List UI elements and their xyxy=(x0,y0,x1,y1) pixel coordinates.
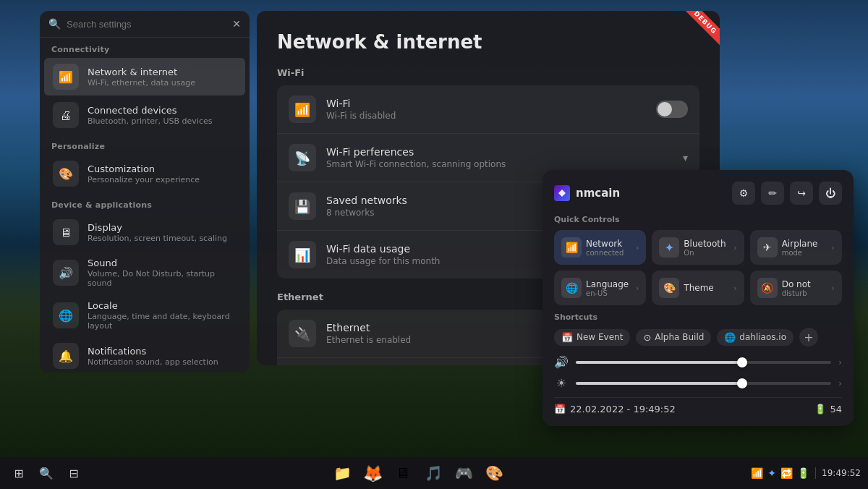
taskbar-search-button[interactable]: 🔍 xyxy=(33,460,59,486)
taskbar: ⊞ 🔍 ⊟ 📁 🦊 🖥 🎵 🎮 🎨 📶 ✦ 🔁 🔋 19:49:52 xyxy=(0,457,868,489)
taskbar-app-flurplex[interactable]: 🎮 xyxy=(451,460,477,486)
qp-bottom-bar: 📅 22.02.2022 - 19:49:52 🔋 54 xyxy=(554,397,842,414)
shortcut-dahliaos-label: dahliaos.io xyxy=(739,332,786,342)
shortcut-alpha-build[interactable]: ⊙ Alpha Build xyxy=(636,329,711,346)
volume-slider-arrow[interactable]: › xyxy=(838,357,842,367)
sync-sys-icon[interactable]: 🔁 xyxy=(780,467,793,479)
taskbar-time: 19:49:52 xyxy=(822,468,861,478)
sys-icons: 📶 ✦ 🔁 🔋 xyxy=(751,467,809,479)
wifi-toggle-switch[interactable] xyxy=(656,101,688,118)
wifi-prefs-title: Wi-Fi perferences xyxy=(326,146,673,158)
datetime-text: 22.02.2022 - 19:49:52 xyxy=(570,404,676,414)
locale-icon: 🌐 xyxy=(53,302,79,328)
shortcut-new-event[interactable]: 📅 New Event xyxy=(554,329,630,346)
customization-title: Customization xyxy=(88,163,237,174)
shortcuts-row: 📅 New Event ⊙ Alpha Build 🌐 dahliaos.io … xyxy=(554,328,842,346)
sound-subtitle: Volume, Do Not Disturb, startup sound xyxy=(88,269,237,288)
taskbar-app-browser[interactable]: 🦊 xyxy=(359,460,386,486)
wifi-toggle-title: Wi-Fi xyxy=(326,98,646,109)
sidebar-item-network[interactable]: 📶 Network & internet Wi-Fi, ethernet, da… xyxy=(44,58,245,95)
qp-power-button[interactable]: ⏻ xyxy=(819,182,842,205)
shortcut-new-event-label: New Event xyxy=(576,332,623,342)
qp-edit-button[interactable]: ✏ xyxy=(761,182,784,205)
qp-logout-button[interactable]: ↪ xyxy=(790,182,813,205)
qp-logo-icon xyxy=(554,185,570,201)
taskbar-app-terminal[interactable]: 🖥 xyxy=(390,460,416,486)
sidebar-item-locale[interactable]: 🌐 Locale Language, time and date, keyboa… xyxy=(44,294,245,336)
search-input[interactable] xyxy=(67,19,226,30)
search-icon: 🔍 xyxy=(48,18,61,30)
qp-logo: nmcain xyxy=(554,185,620,201)
notifications-subtitle: Notification sound, app selection xyxy=(88,357,237,367)
customization-icon: 🎨 xyxy=(53,161,79,187)
wifi-data-icon: 📊 xyxy=(289,241,316,268)
page-title: Network & internet xyxy=(277,31,699,53)
qp-dnd-icon: 🔕 xyxy=(757,278,778,298)
taskbar-app-color[interactable]: 🎨 xyxy=(481,460,507,486)
sidebar-item-customization[interactable]: 🎨 Customization Personalize your experie… xyxy=(44,155,245,192)
volume-slider-track[interactable] xyxy=(576,361,831,364)
sidebar-item-notifications[interactable]: 🔔 Notifications Notification sound, app … xyxy=(44,337,245,373)
volume-slider-thumb xyxy=(737,357,747,367)
qp-network-button[interactable]: 📶 Network connected › xyxy=(554,230,646,265)
qp-airplane-title: Airplane xyxy=(782,239,827,249)
sound-title: Sound xyxy=(88,258,237,268)
brightness-slider-fill xyxy=(576,382,742,385)
sidebar-item-sound[interactable]: 🔊 Sound Volume, Do Not Disturb, startup … xyxy=(44,252,245,294)
brightness-slider-track[interactable] xyxy=(576,382,831,385)
wifi-icon: 📶 xyxy=(289,95,316,123)
ethernet-icon: 🔌 xyxy=(289,320,316,347)
alpha-icon: ⊙ xyxy=(643,332,651,343)
wifi-prefs-chevron: ▾ xyxy=(683,152,688,163)
sound-icon: 🔊 xyxy=(53,260,79,286)
qp-theme-button[interactable]: 🎨 Theme › xyxy=(652,271,744,305)
taskbar-app-files[interactable]: 📁 xyxy=(329,460,355,486)
brightness-slider-arrow[interactable]: › xyxy=(838,378,842,388)
calendar-icon-small: 📅 xyxy=(554,404,566,414)
qp-header: nmcain ⚙ ✏ ↪ ⏻ xyxy=(554,182,842,205)
wifi-sys-icon[interactable]: 📶 xyxy=(751,467,763,479)
display-title: Display xyxy=(88,222,237,233)
wifi-toggle-item[interactable]: 📶 Wi-Fi Wi-Fi is disabled xyxy=(277,85,699,134)
qp-theme-arrow: › xyxy=(733,284,736,293)
section-connectivity: Connectivity xyxy=(40,38,250,57)
qp-airplane-button[interactable]: ✈ Airplane mode › xyxy=(750,230,842,265)
qp-network-title: Network xyxy=(586,239,631,249)
overview-button[interactable]: ⊟ xyxy=(61,460,87,486)
sidebar-item-display[interactable]: 🖥 Display Resolution, screen timeout, sc… xyxy=(44,213,245,251)
qp-datetime: 📅 22.02.2022 - 19:49:52 xyxy=(554,404,676,414)
shortcut-dahliaos[interactable]: 🌐 dahliaos.io xyxy=(717,329,793,346)
notifications-title: Notifications xyxy=(88,346,237,357)
shortcut-add-button[interactable]: + xyxy=(799,328,818,346)
brightness-slider-icon: ☀ xyxy=(554,376,569,390)
display-subtitle: Resolution, screen timeout, scaling xyxy=(88,234,237,243)
connected-devices-title: Connected devices xyxy=(88,105,237,116)
saved-networks-icon: 💾 xyxy=(289,192,316,220)
locale-title: Locale xyxy=(88,300,237,311)
qp-airplane-subtitle: mode xyxy=(782,249,827,257)
qp-settings-button[interactable]: ⚙ xyxy=(732,182,755,205)
sidebar-item-connected-devices[interactable]: 🖨 Connected devices Bluetooth, printer, … xyxy=(44,96,245,134)
wifi-toggle-subtitle: Wi-Fi is disabled xyxy=(326,111,646,121)
volume-slider-row: 🔊 › xyxy=(554,355,842,369)
qp-quick-controls-label: Quick Controls xyxy=(554,215,842,224)
battery-sys-icon[interactable]: 🔋 xyxy=(797,467,809,479)
network-icon: 📶 xyxy=(53,64,79,90)
shortcut-alpha-build-label: Alpha Build xyxy=(655,332,704,342)
qp-logo-text: nmcain xyxy=(576,187,620,200)
qp-bluetooth-button[interactable]: ✦ Bluetooth On › xyxy=(652,230,744,265)
section-device-apps: Device & applications xyxy=(40,193,250,213)
qp-dnd-button[interactable]: 🔕 Do not disturb › xyxy=(750,271,842,305)
qp-language-button[interactable]: 🌐 Language en-US › xyxy=(554,271,646,305)
sys-divider xyxy=(815,467,816,479)
volume-slider-icon: 🔊 xyxy=(554,355,569,369)
wifi-section-label: Wi-Fi xyxy=(277,67,699,78)
bluetooth-sys-icon[interactable]: ✦ xyxy=(767,467,776,479)
taskbar-center: 📁 🦊 🖥 🎵 🎮 🎨 xyxy=(93,460,744,486)
apps-grid-button[interactable]: ⊞ xyxy=(6,460,32,486)
taskbar-app-media[interactable]: 🎵 xyxy=(420,460,446,486)
qp-dnd-title: Do not xyxy=(782,279,827,289)
search-clear-button[interactable]: ✕ xyxy=(232,18,241,30)
qp-language-arrow: › xyxy=(636,284,639,293)
qp-language-subtitle: en-US xyxy=(586,289,631,297)
